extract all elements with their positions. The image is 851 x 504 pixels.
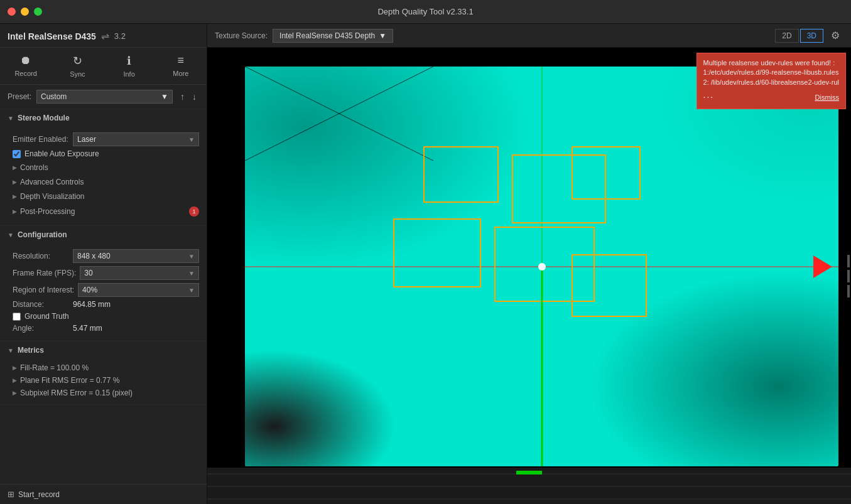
preset-actions: ↑ ↓ bbox=[178, 90, 199, 103]
stereo-module-arrow-icon: ▼ bbox=[8, 115, 14, 122]
maximize-button[interactable] bbox=[34, 8, 42, 16]
window-controls bbox=[8, 8, 42, 16]
view-3d-button[interactable]: 3D bbox=[800, 29, 823, 43]
advanced-controls-header[interactable]: ▶ Advanced Controls bbox=[13, 176, 199, 188]
metrics-header[interactable]: ▼ Metrics bbox=[0, 341, 207, 359]
controls-section: ▶ Controls bbox=[13, 161, 199, 174]
depth-viz-label: Depth Visualization bbox=[20, 192, 85, 201]
auto-exposure-row: Enable Auto Exposure bbox=[13, 149, 199, 158]
minimize-button[interactable] bbox=[21, 8, 29, 16]
close-button[interactable] bbox=[8, 8, 16, 16]
stereo-module-header[interactable]: ▼ Stereo Module bbox=[0, 109, 207, 127]
texture-source-label: Texture Source: bbox=[215, 31, 268, 40]
resolution-label: Resolution: bbox=[13, 252, 69, 260]
configuration-title: Configuration bbox=[18, 230, 67, 239]
start-record-icon: ⊞ bbox=[8, 490, 14, 499]
controls-header[interactable]: ▶ Controls bbox=[13, 161, 199, 174]
metrics-content: ▶ Fill-Rate = 100.00 % ▶ Plane Fit RMS E… bbox=[0, 359, 207, 404]
emitter-label: Emitter Enabled: bbox=[13, 135, 69, 144]
roi-row: Region of Interest: 40% ▼ bbox=[13, 283, 199, 297]
more-icon: ≡ bbox=[178, 54, 185, 67]
preset-download-button[interactable]: ↓ bbox=[190, 90, 199, 103]
more-label: More bbox=[173, 70, 188, 77]
distance-label: Distance: bbox=[13, 300, 69, 309]
notification-line2: 1:/etc/udev/rules.d/99-realsense-libusb.… bbox=[703, 68, 839, 77]
distance-value: 964.85 mm bbox=[73, 300, 111, 309]
view-mode-buttons: 2D 3D bbox=[775, 29, 823, 43]
ground-truth-checkbox[interactable] bbox=[13, 313, 21, 321]
texture-source-row: Texture Source: Intel RealSense D435 Dep… bbox=[215, 29, 393, 43]
device-name: Intel RealSense D435 bbox=[8, 31, 96, 41]
stereo-module-section: ▼ Stereo Module Emitter Enabled: Laser ▼… bbox=[0, 109, 207, 226]
start-record-bar[interactable]: ⊞ Start_record bbox=[0, 484, 207, 504]
info-icon: ℹ bbox=[127, 54, 131, 68]
fps-arrow-icon: ▼ bbox=[188, 270, 195, 277]
advanced-controls-section: ▶ Advanced Controls bbox=[13, 176, 199, 188]
plane-fit-arrow-icon: ▶ bbox=[13, 377, 17, 383]
start-record-label: Start_record bbox=[18, 490, 60, 499]
controls-label: Controls bbox=[20, 163, 48, 172]
settings-button[interactable]: ⚙ bbox=[827, 28, 843, 43]
subpixel-value: Subpixel RMS Error = 0.15 (pixel) bbox=[20, 389, 133, 397]
fps-label: Frame Rate (FPS): bbox=[13, 269, 76, 277]
configuration-header[interactable]: ▼ Configuration bbox=[0, 226, 207, 244]
center-dot bbox=[538, 263, 546, 271]
roi-select[interactable]: 40% ▼ bbox=[78, 283, 199, 297]
right-area: Texture Source: Intel RealSense D435 Dep… bbox=[207, 24, 851, 504]
configuration-section: ▼ Configuration Resolution: 848 x 480 ▼ … bbox=[0, 226, 207, 341]
plane-fit-value: Plane Fit RMS Error = 0.77 % bbox=[20, 376, 119, 385]
perspective-lines-svg bbox=[245, 67, 433, 161]
preset-select[interactable]: Custom ▼ bbox=[36, 90, 173, 104]
configuration-content: Resolution: 848 x 480 ▼ Frame Rate (FPS)… bbox=[0, 244, 207, 341]
auto-exposure-checkbox[interactable] bbox=[13, 150, 21, 158]
ground-truth-row: Ground Truth bbox=[13, 312, 199, 321]
edge-bar-1 bbox=[847, 255, 850, 267]
metrics-title: Metrics bbox=[18, 346, 44, 355]
subpixel-item: ▶ Subpixel RMS Error = 0.15 (pixel) bbox=[13, 387, 199, 399]
fill-rate-arrow-icon: ▶ bbox=[13, 365, 17, 371]
viewport: Multiple realsense udev-rules were found… bbox=[207, 48, 851, 504]
emitter-enabled-row: Emitter Enabled: Laser ▼ bbox=[13, 132, 199, 146]
notification-text: Multiple realsense udev-rules were found… bbox=[703, 58, 839, 87]
edge-bar-2 bbox=[847, 270, 850, 282]
depth-image bbox=[245, 67, 838, 466]
advanced-controls-label: Advanced Controls bbox=[20, 178, 84, 186]
view-2d-button[interactable]: 2D bbox=[775, 29, 798, 43]
window-title: Depth Quality Tool v2.33.1 bbox=[377, 7, 473, 16]
angle-label: Angle: bbox=[13, 324, 69, 333]
dismiss-button[interactable]: Dismiss bbox=[815, 94, 840, 101]
preset-row: Preset: Custom ▼ ↑ ↓ bbox=[0, 85, 207, 109]
resolution-select[interactable]: 848 x 480 ▼ bbox=[73, 249, 199, 263]
stereo-module-content: Emitter Enabled: Laser ▼ Enable Auto Exp… bbox=[0, 127, 207, 225]
post-processing-arrow-icon: ▶ bbox=[13, 208, 17, 215]
sync-button[interactable]: ↻ Sync bbox=[51, 50, 103, 82]
toolbar: ⏺ Record ↻ Sync ℹ Info ≡ More bbox=[0, 48, 207, 85]
info-button[interactable]: ℹ Info bbox=[104, 50, 155, 82]
texture-select-button[interactable]: Intel RealSense D435 Depth ▼ bbox=[273, 29, 393, 43]
svg-line-3 bbox=[339, 114, 433, 161]
post-processing-header[interactable]: ▶ Post-Processing 1 bbox=[13, 205, 199, 218]
record-button[interactable]: ⏺ Record bbox=[0, 50, 51, 82]
stereo-module-title: Stereo Module bbox=[18, 114, 70, 122]
ground-plane bbox=[207, 468, 851, 504]
orange-box-6 bbox=[572, 254, 647, 317]
more-button[interactable]: ≡ More bbox=[155, 50, 207, 82]
metrics-section: ▼ Metrics ▶ Fill-Rate = 100.00 % ▶ Plane… bbox=[0, 341, 207, 405]
metrics-arrow-icon: ▼ bbox=[8, 347, 14, 354]
preset-upload-button[interactable]: ↑ bbox=[178, 90, 187, 103]
depth-viz-arrow-icon: ▶ bbox=[13, 193, 17, 200]
distance-row: Distance: 964.85 mm bbox=[13, 300, 199, 309]
fps-select[interactable]: 30 ▼ bbox=[80, 266, 199, 280]
post-processing-section: ▶ Post-Processing 1 bbox=[13, 205, 199, 218]
plane-fit-item: ▶ Plane Fit RMS Error = 0.77 % bbox=[13, 374, 199, 387]
emitter-select[interactable]: Laser ▼ bbox=[73, 132, 199, 146]
depth-viz-header[interactable]: ▶ Depth Visualization bbox=[13, 190, 199, 203]
ground-truth-label: Ground Truth bbox=[24, 312, 69, 321]
svg-rect-7 bbox=[516, 471, 542, 475]
fps-row: Frame Rate (FPS): 30 ▼ bbox=[13, 266, 199, 280]
record-icon: ⏺ bbox=[20, 54, 31, 67]
configuration-arrow-icon: ▼ bbox=[8, 232, 14, 239]
right-edge-bars bbox=[846, 252, 851, 300]
preset-value: Custom bbox=[41, 92, 67, 101]
device-header: Intel RealSense D435 ⇌ 3.2 bbox=[0, 24, 207, 48]
